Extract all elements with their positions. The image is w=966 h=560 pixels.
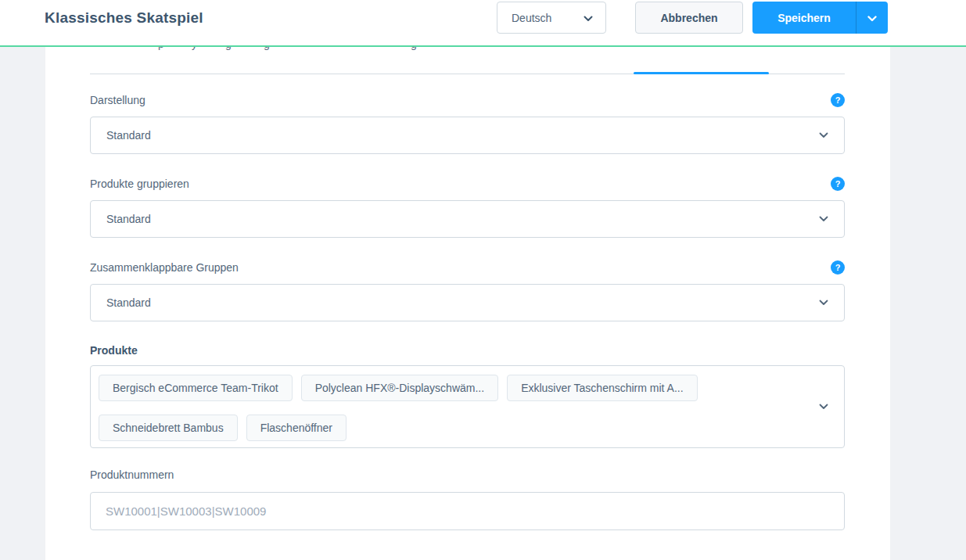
clipped-glyph: g	[264, 47, 270, 50]
field-products: Produkte Bergisch eCommerce Team-Trikot …	[90, 343, 845, 448]
chevron-down-icon	[819, 132, 828, 138]
save-button-group: Speichern	[752, 2, 888, 34]
question-mark-glyph: ?	[835, 263, 841, 272]
smart-bar-actions: Deutsch Abbrechen Speichern	[497, 2, 888, 34]
field-collapsible-groups: Zusammenklappbare Gruppen ? Standard	[90, 260, 845, 321]
page-title: Klassisches Skatspiel	[45, 9, 203, 27]
tab-bar	[90, 72, 845, 74]
product-tag[interactable]: Bergisch eCommerce Team-Trikot	[99, 375, 293, 401]
field-group-products: Produkte gruppieren ? Standard	[90, 177, 845, 238]
products-multiselect[interactable]: Bergisch eCommerce Team-Trikot Polyclean…	[90, 365, 845, 448]
save-dropdown-button[interactable]	[856, 2, 888, 34]
save-button[interactable]: Speichern	[752, 2, 856, 34]
field-display: Darstellung ? Standard	[90, 93, 845, 154]
question-mark-glyph: ?	[835, 179, 841, 188]
chevron-down-icon	[819, 216, 828, 222]
language-select-value: Deutsch	[512, 12, 551, 24]
group-products-select[interactable]: Standard	[90, 200, 845, 238]
product-tag-list: Bergisch eCommerce Team-Trikot Polyclean…	[99, 375, 797, 441]
clipped-glyph: p	[158, 47, 164, 50]
help-icon[interactable]: ?	[831, 93, 845, 107]
field-label: Darstellung	[90, 94, 145, 106]
chevron-down-icon	[819, 404, 828, 410]
language-select[interactable]: Deutsch	[497, 2, 606, 34]
display-select-value: Standard	[106, 129, 151, 142]
clipped-glyph: g	[411, 47, 417, 50]
display-select[interactable]: Standard	[90, 117, 845, 154]
product-tag[interactable]: Schneidebrett Bambus	[99, 415, 238, 441]
help-icon[interactable]: ?	[831, 177, 845, 191]
chevron-down-icon	[819, 300, 828, 306]
chevron-down-icon	[584, 12, 593, 24]
help-icon[interactable]: ?	[831, 260, 845, 275]
field-label: Produkte	[90, 344, 138, 357]
cancel-button-label: Abbrechen	[660, 12, 717, 24]
save-button-label: Speichern	[777, 12, 831, 24]
group-products-select-value: Standard	[106, 213, 151, 225]
content-card: p y g g g Darstellung ? Standard	[45, 47, 890, 560]
cancel-button[interactable]: Abbrechen	[635, 2, 743, 34]
product-tag[interactable]: Flaschenöffner	[246, 415, 347, 441]
clipped-glyph: g	[225, 47, 232, 50]
active-tab-indicator[interactable]	[634, 72, 769, 74]
page-background: p y g g g Darstellung ? Standard	[0, 47, 966, 560]
product-tag[interactable]: Polyclean HFX®-Displayschwäm...	[301, 375, 499, 401]
collapsible-groups-select-value: Standard	[106, 296, 151, 309]
smart-bar: Klassisches Skatspiel Deutsch Abbrechen …	[0, 0, 966, 47]
chevron-down-icon	[867, 11, 877, 25]
clipped-glyph: y	[192, 47, 197, 50]
field-label: Produkte gruppieren	[90, 178, 189, 190]
field-label: Zusammenklappbare Gruppen	[90, 261, 239, 274]
clipped-tab-descenders: p y g g g	[90, 47, 845, 51]
collapsible-groups-select[interactable]: Standard	[90, 284, 845, 321]
field-label: Produktnummern	[90, 468, 174, 481]
field-product-numbers: Produktnummern	[90, 468, 845, 530]
product-numbers-input[interactable]	[90, 492, 845, 530]
question-mark-glyph: ?	[835, 95, 841, 105]
product-tag[interactable]: Exklusiver Taschenschirm mit A...	[507, 375, 697, 401]
